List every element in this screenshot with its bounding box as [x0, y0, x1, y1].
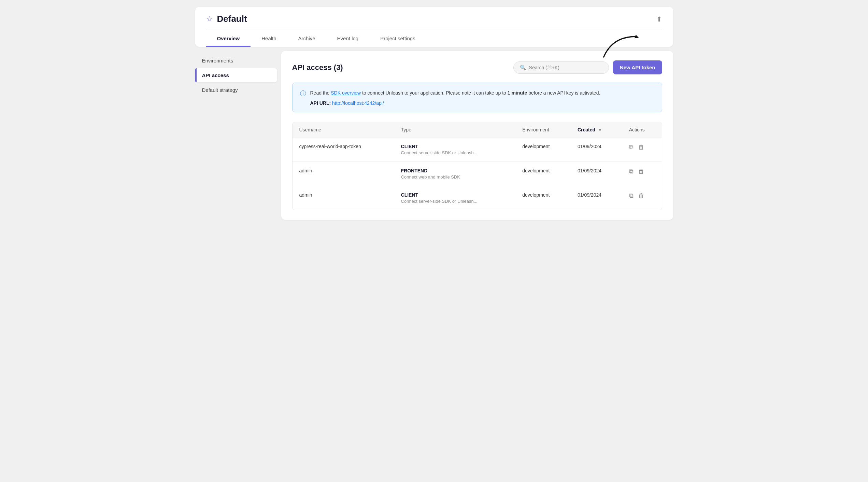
cell-actions-3: ⧉ 🗑 [622, 186, 662, 210]
type-sub-1: Connect server-side SDK or Unleash... [401, 150, 478, 155]
type-sub-2: Connect web and mobile SDK [401, 174, 460, 180]
table-body: cypress-real-world-app-token CLIENT Conn… [293, 138, 662, 210]
cell-created-2: 01/09/2024 [571, 162, 622, 186]
info-banner: ⓘ Read the SDK overview to connect Unlea… [292, 83, 662, 112]
title-group: ☆ Default [206, 14, 247, 24]
copy-icon-1[interactable]: ⧉ [629, 144, 634, 151]
sidebar-item-default-strategy[interactable]: Default strategy [195, 83, 277, 97]
action-icons-1: ⧉ 🗑 [629, 144, 655, 151]
delete-icon-2[interactable]: 🗑 [638, 168, 644, 175]
api-tokens-table: Username Type Environment Created ▼ Acti… [293, 122, 662, 210]
sidebar-item-environments[interactable]: Environments [195, 54, 277, 68]
sort-arrow-icon: ▼ [598, 128, 602, 132]
api-url-value: http://localhost:4242/api/ [332, 100, 384, 106]
api-url-label: API URL: [310, 100, 331, 106]
table-row: admin CLIENT Connect server-side SDK or … [293, 186, 662, 210]
tab-event-log[interactable]: Event log [326, 30, 370, 47]
table-header-row: Username Type Environment Created ▼ Acti… [293, 122, 662, 138]
cell-env-2: development [515, 162, 571, 186]
new-api-token-button[interactable]: New API token [613, 60, 662, 74]
type-main-1: CLIENT [401, 144, 509, 149]
header-card: ☆ Default ⬆ Overview Health Archive Even… [195, 7, 673, 47]
content-area: API access (3) 🔍 New API token [281, 51, 673, 220]
cell-actions-2: ⧉ 🗑 [622, 162, 662, 186]
table-row: admin FRONTEND Connect web and mobile SD… [293, 162, 662, 186]
cell-created-1: 01/09/2024 [571, 138, 622, 162]
cell-username-2: admin [293, 162, 394, 186]
sidebar: Environments API access Default strategy [195, 51, 277, 220]
type-main-3: CLIENT [401, 192, 509, 198]
cell-type-2: FRONTEND Connect web and mobile SDK [394, 162, 516, 186]
copy-icon-3[interactable]: ⧉ [629, 192, 634, 199]
col-created[interactable]: Created ▼ [571, 122, 622, 138]
cell-actions-1: ⧉ 🗑 [622, 138, 662, 162]
search-icon: 🔍 [520, 65, 526, 71]
header-right: 🔍 New API token [513, 60, 662, 74]
action-icons-2: ⧉ 🗑 [629, 168, 655, 175]
main-layout: Environments API access Default strategy… [195, 51, 673, 220]
star-icon[interactable]: ☆ [206, 15, 213, 24]
cell-username-3: admin [293, 186, 394, 210]
table-row: cypress-real-world-app-token CLIENT Conn… [293, 138, 662, 162]
col-type: Type [394, 122, 516, 138]
delete-icon-3[interactable]: 🗑 [638, 192, 644, 199]
cell-type-1: CLIENT Connect server-side SDK or Unleas… [394, 138, 516, 162]
col-environment: Environment [515, 122, 571, 138]
sdk-overview-link[interactable]: SDK overview [331, 90, 361, 96]
search-input[interactable] [529, 65, 602, 70]
info-bold-text: 1 minute [508, 90, 527, 96]
search-box[interactable]: 🔍 [513, 61, 609, 74]
header-top: ☆ Default ⬆ [206, 14, 662, 30]
delete-icon-1[interactable]: 🗑 [638, 144, 644, 151]
info-icon: ⓘ [300, 89, 306, 98]
info-banner-top: ⓘ Read the SDK overview to connect Unlea… [300, 89, 654, 98]
col-username: Username [293, 122, 394, 138]
table-head: Username Type Environment Created ▼ Acti… [293, 122, 662, 138]
col-actions: Actions [622, 122, 662, 138]
cell-username-1: cypress-real-world-app-token [293, 138, 394, 162]
action-icons-3: ⧉ 🗑 [629, 192, 655, 199]
content-header: API access (3) 🔍 New API token [292, 60, 662, 74]
project-title: Default [217, 14, 247, 24]
copy-icon-2[interactable]: ⧉ [629, 168, 634, 175]
tab-overview[interactable]: Overview [206, 30, 251, 47]
sidebar-item-api-access[interactable]: API access [195, 68, 277, 82]
info-banner-text: Read the SDK overview to connect Unleash… [310, 89, 600, 97]
tab-project-settings[interactable]: Project settings [369, 30, 426, 47]
upload-icon[interactable]: ⬆ [656, 15, 662, 23]
api-tokens-table-wrapper: Username Type Environment Created ▼ Acti… [292, 122, 662, 210]
type-sub-3: Connect server-side SDK or Unleash... [401, 199, 478, 204]
content-title: API access (3) [292, 63, 343, 72]
type-main-2: FRONTEND [401, 168, 509, 173]
page-container: ☆ Default ⬆ Overview Health Archive Even… [195, 7, 673, 220]
cell-type-3: CLIENT Connect server-side SDK or Unleas… [394, 186, 516, 210]
api-url-line: API URL: http://localhost:4242/api/ [300, 100, 654, 106]
tab-nav: Overview Health Archive Event log Projec… [206, 30, 662, 47]
cell-env-3: development [515, 186, 571, 210]
tab-archive[interactable]: Archive [287, 30, 326, 47]
cell-created-3: 01/09/2024 [571, 186, 622, 210]
cell-env-1: development [515, 138, 571, 162]
tab-health[interactable]: Health [251, 30, 287, 47]
